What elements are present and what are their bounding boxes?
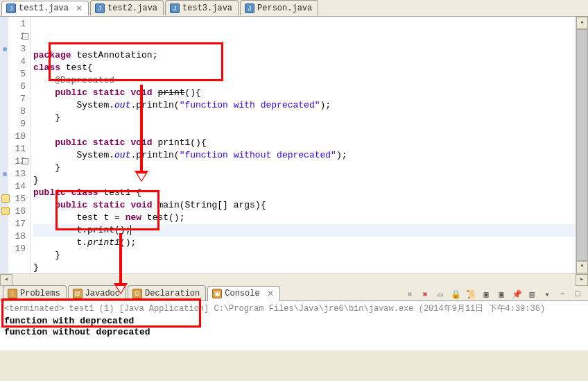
code-token: "function with deprecated" (180, 100, 320, 110)
line-number: 12- (0, 155, 26, 168)
java-file-icon: J (95, 3, 105, 13)
code-token: (); (114, 225, 130, 235)
scroll-down-button[interactable]: ▾ (576, 261, 588, 273)
code-line[interactable]: System.out.println("function without dep… (33, 149, 576, 162)
code-token: } (33, 262, 39, 273)
code-token: out (114, 150, 130, 160)
scroll-right-button[interactable]: ▸ (576, 274, 588, 286)
code-token: test1 { (98, 187, 141, 198)
code-token (87, 137, 93, 148)
code-line[interactable]: public static void main(String[] args){ (33, 199, 576, 212)
console-line: function with deprecated (4, 316, 584, 327)
code-line[interactable]: } (33, 249, 576, 262)
console-output[interactable]: function with deprecatedfunction without… (0, 316, 588, 350)
scroll-left-button[interactable]: ◂ (0, 274, 12, 286)
code-area[interactable]: package testAnnotation;class test{ @Depr… (31, 17, 576, 273)
view-tab-console[interactable]: ▣Console✕ (207, 286, 279, 301)
method-marker-icon (3, 172, 7, 176)
close-icon[interactable]: ✕ (267, 289, 274, 298)
code-token (33, 200, 55, 210)
code-line[interactable]: test t = new test(); (33, 212, 576, 224)
code-token: test t = (33, 212, 126, 223)
code-token: test{ (60, 62, 93, 73)
editor-tab-test1-java[interactable]: Jtest1.java✕ (1, 1, 89, 16)
editor-tab-test2-java[interactable]: Jtest2.java (90, 0, 164, 15)
line-number: 4 (0, 56, 26, 68)
tab-label: test2.java (107, 3, 157, 13)
close-icon[interactable]: ✕ (76, 3, 83, 13)
editor-tab-Person-java[interactable]: JPerson.java (240, 0, 318, 15)
fold-toggle-icon[interactable]: - (22, 33, 28, 40)
console-icon: ▣ (212, 289, 222, 298)
code-token (66, 187, 71, 198)
code-token: static (93, 137, 126, 148)
code-token: void (130, 137, 152, 148)
line-number: 8 (0, 105, 26, 118)
code-token: System. (33, 100, 114, 110)
code-token: package (33, 50, 71, 60)
line-number: 16 (0, 205, 26, 218)
java-file-icon: J (245, 3, 254, 13)
code-token: testAnnotation; (71, 50, 158, 60)
code-token: test(); (141, 212, 184, 223)
code-line[interactable]: public static void print(){ (33, 87, 576, 99)
code-token (33, 75, 55, 85)
java-file-icon: J (6, 3, 16, 13)
code-token: ); (336, 150, 347, 160)
code-line[interactable]: } (33, 174, 576, 187)
code-line[interactable]: } (33, 112, 576, 124)
code-line[interactable]: } (33, 162, 576, 174)
console-run-header: <terminated> test1 (1) [Java Application… (0, 301, 588, 316)
line-number: 18 (0, 230, 26, 243)
code-token: .println( (130, 150, 179, 160)
line-number: 1 (0, 18, 26, 31)
code-line[interactable]: t.print(); (33, 224, 576, 237)
code-token (33, 137, 55, 148)
line-number: 5 (0, 68, 26, 81)
code-line[interactable]: package testAnnotation; (33, 49, 576, 62)
scroll-up-button[interactable]: ▴ (576, 17, 588, 29)
warning-marker-icon[interactable] (1, 207, 10, 215)
line-number: 17 (0, 218, 26, 230)
line-number: 6 (0, 81, 26, 93)
code-token (153, 87, 158, 98)
code-token: public (55, 137, 87, 148)
code-token: main(String[] args){ (153, 200, 266, 210)
code-token: void (130, 87, 152, 98)
code-line[interactable]: System.out.println("function with deprec… (33, 99, 576, 112)
code-line[interactable] (33, 274, 576, 287)
editor-tab-test3-java[interactable]: Jtest3.java (165, 0, 239, 15)
code-token: ); (320, 100, 331, 110)
line-number: 10 (0, 130, 26, 143)
scroll-thumb[interactable] (576, 29, 588, 261)
code-token: } (33, 162, 60, 173)
code-token (87, 200, 93, 210)
code-token: @Deprecated (55, 75, 114, 85)
code-token: t. (33, 225, 87, 235)
code-line[interactable]: } (33, 262, 576, 274)
java-file-icon: J (170, 3, 180, 13)
code-token: print1(){ (153, 137, 207, 148)
line-number: 11 (0, 143, 26, 155)
code-editor[interactable]: 12-3456789101112-13141516171819 package … (0, 17, 588, 273)
code-token: } (33, 250, 60, 260)
tab-label: test3.java (182, 3, 232, 13)
fold-toggle-icon[interactable]: - (22, 158, 28, 164)
tab-label: Person.java (257, 3, 312, 13)
tab-label: test1.java (19, 3, 69, 13)
code-line[interactable]: @Deprecated (33, 74, 576, 87)
line-number: 7 (0, 93, 26, 105)
code-token: public (55, 200, 87, 210)
warning-marker-icon[interactable] (1, 194, 10, 203)
code-token: } (33, 112, 60, 123)
line-number: 2- (0, 31, 26, 43)
code-token: class (71, 187, 98, 198)
code-line[interactable]: public static void print1(){ (33, 137, 576, 149)
code-line[interactable]: class test{ (33, 62, 576, 74)
code-line[interactable]: public class test1 { (33, 187, 576, 199)
code-token (33, 87, 55, 98)
code-line[interactable]: t.print1(); (33, 237, 576, 249)
code-line[interactable] (33, 124, 576, 137)
vertical-scrollbar[interactable]: ▴ ▾ (576, 17, 588, 273)
code-token: (); (120, 237, 136, 248)
